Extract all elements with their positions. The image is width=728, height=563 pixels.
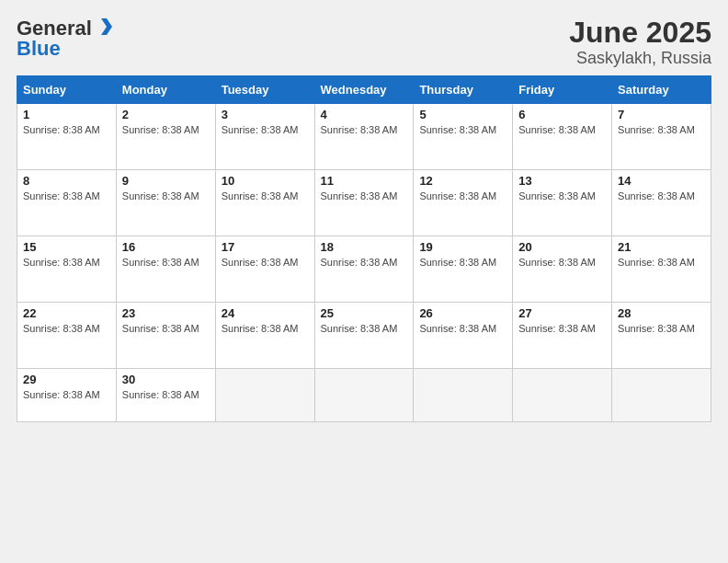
day-info: Sunrise: 8:38 AM (618, 323, 695, 334)
day-info: Sunrise: 8:38 AM (518, 124, 596, 135)
table-row (314, 369, 414, 422)
day-info: Sunrise: 8:38 AM (419, 323, 496, 334)
table-row: 4Sunrise: 8:38 AM (314, 104, 414, 170)
day-number: 5 (419, 108, 506, 121)
day-info: Sunrise: 8:38 AM (321, 190, 398, 201)
day-number: 12 (419, 174, 506, 188)
day-number: 21 (618, 240, 705, 254)
day-number: 16 (122, 240, 210, 254)
day-number: 14 (618, 174, 705, 188)
day-info: Sunrise: 8:38 AM (122, 323, 199, 334)
col-saturday: Saturday (612, 76, 711, 104)
day-number: 1 (23, 108, 110, 121)
day-number: 28 (618, 306, 705, 320)
table-row (215, 369, 314, 422)
col-wednesday: Wednesday (314, 76, 414, 104)
logo-blue-text: Blue (17, 37, 61, 61)
day-number: 24 (222, 306, 309, 320)
table-row: 16Sunrise: 8:38 AM (116, 236, 215, 303)
day-number: 22 (23, 306, 110, 320)
table-row: 5Sunrise: 8:38 AM (414, 104, 513, 170)
day-info: Sunrise: 8:38 AM (618, 124, 695, 135)
day-info: Sunrise: 8:38 AM (23, 389, 100, 400)
day-info: Sunrise: 8:38 AM (23, 257, 100, 268)
col-friday: Friday (513, 76, 612, 104)
day-info: Sunrise: 8:38 AM (222, 323, 299, 334)
calendar-subtitle: Saskylakh, Russia (569, 49, 711, 68)
table-row: 28Sunrise: 8:38 AM (612, 303, 711, 369)
table-row (513, 369, 612, 422)
day-info: Sunrise: 8:38 AM (419, 190, 496, 201)
day-info: Sunrise: 8:38 AM (122, 257, 199, 268)
table-row: 30Sunrise: 8:38 AM (116, 369, 215, 422)
table-row: 7Sunrise: 8:38 AM (612, 104, 711, 170)
day-number: 17 (222, 240, 309, 254)
day-number: 29 (23, 373, 110, 386)
day-number: 23 (122, 306, 210, 320)
title-section: June 2025 Saskylakh, Russia (569, 17, 711, 68)
day-number: 18 (321, 240, 408, 254)
col-monday: Monday (116, 76, 215, 104)
day-info: Sunrise: 8:38 AM (122, 124, 199, 135)
table-row: 9Sunrise: 8:38 AM (116, 170, 215, 236)
table-row: 8Sunrise: 8:38 AM (17, 170, 117, 236)
day-info: Sunrise: 8:38 AM (122, 190, 199, 201)
day-number: 27 (518, 306, 606, 320)
table-row: 22Sunrise: 8:38 AM (17, 303, 117, 369)
day-number: 25 (321, 306, 408, 320)
day-info: Sunrise: 8:38 AM (23, 190, 100, 201)
table-row: 17Sunrise: 8:38 AM (215, 236, 314, 303)
table-row: 6Sunrise: 8:38 AM (513, 104, 612, 170)
day-info: Sunrise: 8:38 AM (321, 124, 398, 135)
day-number: 8 (23, 174, 110, 188)
table-row: 27Sunrise: 8:38 AM (513, 303, 612, 369)
table-row: 24Sunrise: 8:38 AM (215, 303, 314, 369)
day-info: Sunrise: 8:38 AM (419, 257, 496, 268)
table-row: 25Sunrise: 8:38 AM (314, 303, 414, 369)
table-row (612, 369, 711, 422)
day-number: 15 (23, 240, 110, 254)
day-info: Sunrise: 8:38 AM (618, 190, 695, 201)
day-number: 20 (518, 240, 606, 254)
table-row: 15Sunrise: 8:38 AM (17, 236, 117, 303)
day-info: Sunrise: 8:38 AM (518, 323, 596, 334)
logo-icon (94, 17, 114, 37)
day-number: 19 (419, 240, 506, 254)
day-info: Sunrise: 8:38 AM (23, 124, 100, 135)
table-row: 13Sunrise: 8:38 AM (513, 170, 612, 236)
calendar-title: June 2025 (569, 17, 711, 49)
day-info: Sunrise: 8:38 AM (222, 190, 299, 201)
day-number: 30 (122, 373, 210, 386)
table-row: 19Sunrise: 8:38 AM (414, 236, 513, 303)
day-number: 4 (321, 108, 408, 121)
day-number: 7 (618, 108, 705, 121)
table-row: 14Sunrise: 8:38 AM (612, 170, 711, 236)
header-row: Sunday Monday Tuesday Wednesday Thursday… (17, 76, 711, 104)
day-info: Sunrise: 8:38 AM (222, 257, 299, 268)
page: General Blue June 2025 Saskylakh, Russia… (0, 0, 728, 563)
day-number: 26 (419, 306, 506, 320)
day-number: 3 (222, 108, 309, 121)
day-info: Sunrise: 8:38 AM (23, 323, 100, 334)
header: General Blue June 2025 Saskylakh, Russia (17, 17, 711, 68)
day-number: 2 (122, 108, 210, 121)
day-info: Sunrise: 8:38 AM (518, 190, 596, 201)
col-sunday: Sunday (17, 76, 117, 104)
table-row: 20Sunrise: 8:38 AM (513, 236, 612, 303)
calendar-table: Sunday Monday Tuesday Wednesday Thursday… (17, 75, 711, 422)
table-row: 29Sunrise: 8:38 AM (17, 369, 117, 422)
day-info: Sunrise: 8:38 AM (518, 257, 596, 268)
day-number: 13 (518, 174, 606, 188)
table-row: 10Sunrise: 8:38 AM (215, 170, 314, 236)
table-row: 21Sunrise: 8:38 AM (612, 236, 711, 303)
table-row: 26Sunrise: 8:38 AM (414, 303, 513, 369)
col-thursday: Thursday (414, 76, 513, 104)
day-info: Sunrise: 8:38 AM (222, 124, 299, 135)
day-info: Sunrise: 8:38 AM (321, 323, 398, 334)
table-row: 18Sunrise: 8:38 AM (314, 236, 414, 303)
day-number: 9 (122, 174, 210, 188)
table-row: 11Sunrise: 8:38 AM (314, 170, 414, 236)
table-row: 3Sunrise: 8:38 AM (215, 104, 314, 170)
table-row: 2Sunrise: 8:38 AM (116, 104, 215, 170)
table-row (414, 369, 513, 422)
